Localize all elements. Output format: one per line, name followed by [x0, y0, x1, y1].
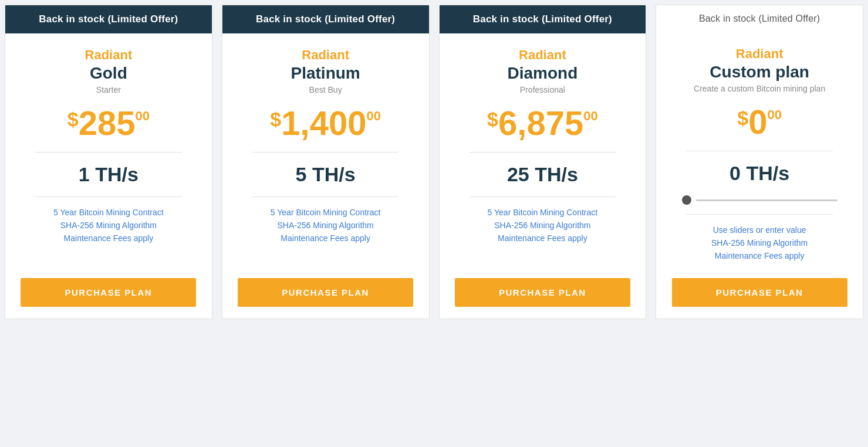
card-diamond-feature-0: 5 Year Bitcoin Mining Contract: [451, 208, 634, 217]
card-diamond-feature-2: Maintenance Fees apply: [451, 233, 634, 243]
slider-row[interactable]: [682, 195, 837, 205]
card-gold-header: Back in stock (Limited Offer): [5, 5, 212, 33]
card-diamond-features: 5 Year Bitcoin Mining ContractSHA-256 Mi…: [451, 208, 634, 246]
card-platinum-divider-2: [252, 197, 398, 197]
card-platinum-feature-1: SHA-256 Mining Algorithm: [234, 221, 417, 230]
card-diamond-name: Diamond: [507, 64, 577, 83]
card-diamond-body: RadiantDiamondProfessional$6,8750025 TH/…: [440, 33, 646, 278]
card-custom: Back in stock (Limited Offer)RadiantCust…: [656, 5, 863, 319]
card-gold-brand: Radiant: [85, 48, 133, 63]
card-platinum-feature-2: Maintenance Fees apply: [234, 233, 417, 243]
card-custom-price-row: $000: [737, 105, 782, 139]
card-custom-feature-2: Maintenance Fees apply: [668, 251, 851, 260]
card-platinum-price-row: $1,40000: [270, 106, 381, 140]
card-gold-price-cents: 00: [135, 110, 149, 123]
card-custom-divider-1: [686, 151, 832, 151]
card-diamond-feature-1: SHA-256 Mining Algorithm: [451, 221, 634, 230]
card-gold-purchase-button[interactable]: PURCHASE PLAN: [21, 278, 196, 307]
card-gold-price-row: $28500: [67, 106, 150, 140]
card-platinum: Back in stock (Limited Offer)RadiantPlat…: [222, 5, 430, 319]
card-diamond-brand: Radiant: [519, 48, 566, 63]
card-custom-feature-0: Use sliders or enter value: [668, 225, 851, 235]
card-diamond-price-row: $6,87500: [487, 106, 598, 140]
card-platinum-ths: 5 TH/s: [296, 163, 356, 186]
card-custom-divider-2: [686, 214, 832, 215]
card-diamond-subtitle: Professional: [520, 85, 565, 94]
card-custom-feature-1: SHA-256 Mining Algorithm: [668, 238, 851, 248]
card-gold-features: 5 Year Bitcoin Mining ContractSHA-256 Mi…: [17, 208, 200, 246]
card-custom-header: Back in stock (Limited Offer): [656, 5, 863, 32]
card-custom-dollar: $: [737, 107, 748, 129]
card-gold-body: RadiantGoldStarter$285001 TH/s5 Year Bit…: [5, 33, 212, 278]
card-custom-features: Use sliders or enter valueSHA-256 Mining…: [668, 225, 851, 264]
card-diamond-price-main: 6,875: [498, 106, 583, 140]
card-gold-feature-2: Maintenance Fees apply: [17, 233, 200, 243]
card-diamond-header: Back in stock (Limited Offer): [440, 5, 646, 33]
card-platinum-features: 5 Year Bitcoin Mining ContractSHA-256 Mi…: [234, 208, 417, 246]
card-custom-subtitle: Create a custom Bitcoin mining plan: [694, 84, 825, 93]
card-gold-dollar: $: [67, 109, 79, 130]
slider-track[interactable]: [696, 199, 837, 201]
cards-container: Back in stock (Limited Offer)RadiantGold…: [0, 0, 868, 324]
slider-dot: [682, 195, 691, 205]
card-platinum-price-cents: 00: [366, 110, 380, 123]
card-gold-divider-1: [35, 152, 181, 153]
card-diamond: Back in stock (Limited Offer)RadiantDiam…: [439, 5, 647, 319]
card-custom-brand: Radiant: [736, 46, 783, 62]
card-platinum-header: Back in stock (Limited Offer): [222, 5, 429, 33]
card-platinum-divider-1: [252, 152, 398, 153]
card-platinum-brand: Radiant: [302, 48, 349, 63]
card-diamond-dollar: $: [487, 109, 498, 130]
card-platinum-price-main: 1,400: [281, 106, 366, 140]
card-gold-subtitle: Starter: [96, 85, 121, 94]
card-gold-divider-2: [35, 197, 181, 197]
card-platinum-feature-0: 5 Year Bitcoin Mining Contract: [234, 208, 417, 217]
card-custom-body: RadiantCustom planCreate a custom Bitcoi…: [656, 32, 863, 278]
card-gold-feature-1: SHA-256 Mining Algorithm: [17, 221, 200, 230]
card-gold-feature-0: 5 Year Bitcoin Mining Contract: [17, 208, 200, 217]
card-gold-price-main: 285: [79, 106, 136, 140]
card-diamond-divider-1: [470, 152, 616, 153]
card-custom-ths: 0 TH/s: [729, 162, 789, 185]
card-platinum-body: RadiantPlatinumBest Buy$1,400005 TH/s5 Y…: [222, 33, 429, 278]
card-diamond-purchase-button[interactable]: PURCHASE PLAN: [455, 278, 630, 307]
card-platinum-name: Platinum: [291, 64, 360, 83]
card-diamond-price-cents: 00: [583, 110, 597, 123]
card-custom-name: Custom plan: [710, 63, 809, 82]
card-custom-price-cents: 00: [767, 109, 781, 121]
card-diamond-divider-2: [470, 197, 616, 197]
card-platinum-purchase-button[interactable]: PURCHASE PLAN: [238, 278, 413, 307]
card-gold: Back in stock (Limited Offer)RadiantGold…: [5, 5, 212, 319]
card-custom-price-main: 0: [748, 105, 767, 139]
card-gold-ths: 1 TH/s: [79, 163, 139, 186]
card-gold-name: Gold: [90, 64, 127, 83]
card-platinum-dollar: $: [270, 109, 281, 130]
card-custom-purchase-button[interactable]: PURCHASE PLAN: [672, 278, 847, 307]
card-platinum-subtitle: Best Buy: [309, 85, 342, 94]
card-diamond-ths: 25 TH/s: [507, 163, 578, 186]
